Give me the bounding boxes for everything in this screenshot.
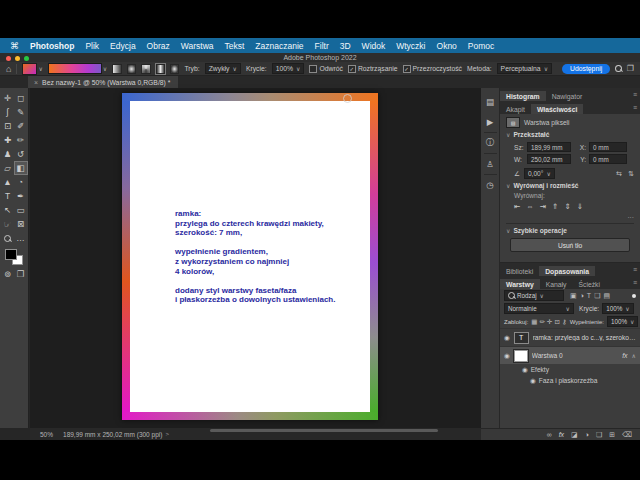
filter-pixel-icon[interactable]: ▣ (570, 292, 577, 300)
tab-akapit[interactable]: Akapit (500, 104, 531, 115)
frame-tool[interactable]: ⊠ (15, 218, 27, 230)
layer-style-icon[interactable]: fx (559, 431, 564, 438)
flip-horizontal-icon[interactable]: ⇆ (616, 170, 622, 178)
layer-name[interactable]: Warstwa 0 (532, 352, 618, 359)
eraser-tool[interactable]: ▱ (2, 162, 14, 174)
width-field[interactable]: 189,99 mm (527, 142, 571, 152)
height-field[interactable]: 250,02 mm (527, 154, 571, 164)
tool-preset-picker[interactable]: ∨ (22, 63, 42, 75)
panel-menu-icon[interactable]: ≡ (633, 91, 637, 98)
new-group-icon[interactable]: ❏ (596, 431, 602, 439)
text-layer-row[interactable]: T ramka: przylega do c...y, szerokość: 7… (500, 328, 640, 346)
layer-fx-badge[interactable]: fx (622, 352, 627, 359)
document-tab[interactable]: × Bez nazwy-1 @ 50% (Warstwa 0,RGB/8) * (28, 76, 178, 88)
actions-panel-icon[interactable]: ▶ (481, 112, 500, 132)
menu-3d[interactable]: 3D (340, 41, 351, 51)
brush-tool[interactable]: ✏ (15, 134, 27, 146)
shape-tool[interactable]: ▭ (15, 204, 27, 216)
reflected-gradient-button[interactable] (156, 64, 165, 74)
bevel-emboss-row[interactable]: Faza i płaskorzeźba (500, 375, 640, 386)
search-icon[interactable] (615, 65, 622, 72)
lock-artboard-icon[interactable]: ⊡ (554, 318, 559, 326)
visibility-eye-icon[interactable] (504, 352, 510, 360)
menu-pomoc[interactable]: Pomoc (468, 41, 494, 51)
tab-wlasciwosci[interactable]: Właściwości (531, 104, 583, 115)
path-selection-tool[interactable]: ↖ (2, 204, 14, 216)
new-layer-icon[interactable]: ⊞ (609, 431, 615, 439)
lock-pixels-icon[interactable]: ✏ (540, 318, 545, 326)
menu-obraz[interactable]: Obraz (147, 41, 170, 51)
linear-gradient-button[interactable] (112, 64, 121, 74)
layer-filter-select[interactable]: Rodzaj ∨ (504, 290, 564, 301)
radial-gradient-button[interactable] (127, 64, 136, 74)
fill-select[interactable]: 100%∨ (607, 316, 639, 327)
history-panel-icon[interactable]: ◷ (481, 175, 500, 195)
tab-histogram[interactable]: Histogram (500, 91, 546, 102)
align-right-icon[interactable]: ⇥ (540, 202, 546, 211)
menu-okno[interactable]: Okno (437, 41, 457, 51)
blur-tool[interactable]: ◔ (15, 176, 27, 188)
visibility-eye-icon[interactable] (504, 334, 510, 342)
quick-actions-header[interactable]: Szybkie operacje (506, 227, 634, 234)
history-brush-tool[interactable]: ↺ (15, 148, 27, 160)
gradient-annotator-handle[interactable] (343, 94, 352, 103)
filter-toggle[interactable] (632, 294, 636, 298)
info-panel-icon[interactable]: ⓘ (481, 133, 500, 153)
clone-stamp-tool[interactable]: ♟ (2, 148, 14, 160)
link-layers-icon[interactable]: ∞ (547, 431, 552, 438)
share-button[interactable]: Udostępnij (562, 64, 610, 74)
tab-sciezki[interactable]: Ścieżki (573, 279, 607, 290)
hand-tool[interactable]: ☞ (2, 218, 14, 230)
apple-menu-icon[interactable]: ⌘ (10, 41, 19, 51)
menu-warstwa[interactable]: Warstwa (181, 41, 214, 51)
collapse-effects-icon[interactable]: ∧ (632, 352, 636, 359)
document[interactable]: ramka: przylega do czterech krawędzi mak… (122, 93, 378, 420)
adjustment-layer-icon[interactable]: ◑ (585, 431, 589, 438)
tab-biblioteki[interactable]: Biblioteki (500, 266, 539, 277)
panel-menu-icon[interactable]: ≡ (633, 279, 637, 286)
x-field[interactable]: 0 mm (589, 142, 627, 152)
remove-background-button[interactable]: Usuń tło (510, 238, 630, 252)
move-tool[interactable]: ✛ (2, 92, 14, 104)
align-center-v-icon[interactable]: ⇕ (564, 202, 570, 211)
zoom-level[interactable]: 50% (40, 431, 53, 438)
pen-tool[interactable]: ✒ (15, 190, 27, 202)
flip-vertical-icon[interactable]: ⇅ (628, 170, 634, 178)
document-info[interactable]: 189,99 mm x 250,02 mm (300 ppi) > (63, 431, 169, 438)
tab-warstwy[interactable]: Warstwy (500, 279, 540, 290)
dither-option[interactable]: Roztrząsanie (348, 65, 398, 73)
filter-type-icon[interactable]: T (587, 292, 591, 299)
mode-select[interactable]: Zwykły∨ (205, 63, 241, 74)
color-panel-icon[interactable]: ▤ (481, 92, 500, 112)
lock-all-icon[interactable]: ⚷ (562, 318, 567, 326)
quick-selection-tool[interactable]: ✎ (15, 106, 27, 118)
status-arrow-icon[interactable]: > (165, 431, 169, 437)
tab-kanaly[interactable]: Kanały (540, 279, 573, 290)
menu-photoshop[interactable]: Photoshop (30, 41, 74, 51)
lock-transparency-icon[interactable]: ▦ (531, 318, 537, 326)
y-field[interactable]: 0 mm (589, 154, 627, 164)
dodge-tool[interactable]: ▲ (2, 176, 14, 188)
dither-checkbox[interactable] (348, 65, 356, 73)
align-section-header[interactable]: Wyrównaj i rozmieść (506, 182, 634, 189)
layer-mask-icon[interactable]: ◪ (571, 431, 578, 439)
align-bottom-icon[interactable]: ⇓ (577, 202, 583, 211)
menu-wtyczki[interactable]: Wtyczki (396, 41, 425, 51)
close-tab-icon[interactable]: × (34, 79, 38, 86)
filter-adjustment-icon[interactable]: ◑ (580, 292, 584, 299)
delete-layer-icon[interactable]: ⌫ (622, 431, 632, 439)
clone-source-panel-icon[interactable]: ♙ (481, 154, 500, 174)
marquee-tool[interactable]: ◻ (15, 92, 27, 104)
healing-brush-tool[interactable]: ✚ (2, 134, 14, 146)
panel-menu-icon[interactable]: ≡ (633, 266, 637, 273)
tab-nawigator[interactable]: Nawigator (546, 91, 589, 102)
transparency-option[interactable]: Przezroczystość (403, 65, 462, 73)
method-select[interactable]: Perceptualna∨ (497, 63, 552, 74)
menu-edycja[interactable]: Edycja (110, 41, 136, 51)
text-layer-thumbnail[interactable]: T (514, 332, 529, 344)
home-icon[interactable]: ⌂ (6, 64, 11, 74)
align-top-icon[interactable]: ⇑ (552, 202, 558, 211)
workspace-switcher-icon[interactable]: ❐ (627, 64, 634, 73)
transparency-checkbox[interactable] (403, 65, 411, 73)
gradient-editor[interactable]: ∨ (48, 63, 107, 74)
